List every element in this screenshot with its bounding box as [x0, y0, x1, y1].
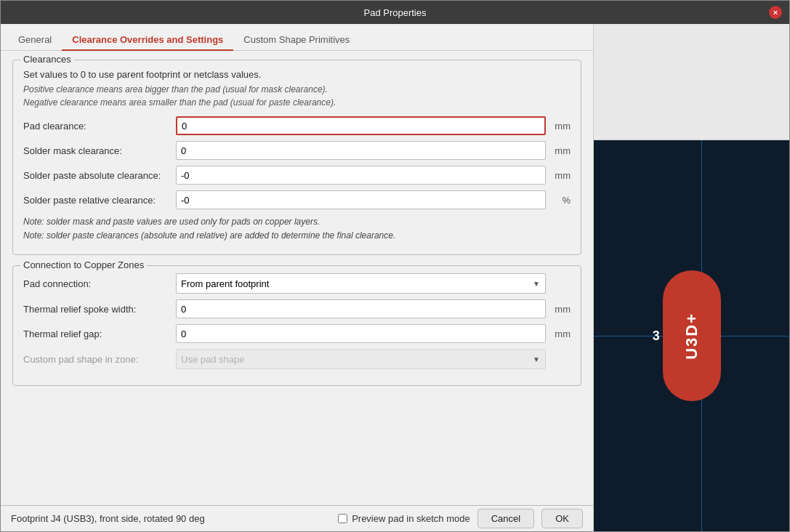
connection-section: Connection to Copper Zones Pad connectio…	[12, 265, 581, 386]
thermal-spoke-input[interactable]	[176, 299, 546, 318]
thermal-gap-unit: mm	[549, 329, 571, 339]
status-text: Footprint J4 (USB3), front side, rotated…	[11, 513, 205, 524]
pad-clearance-label: Pad clearance:	[23, 121, 176, 132]
solder-mask-input[interactable]	[176, 141, 546, 160]
custom-pad-shape-select[interactable]: Use pad shape Custom	[176, 349, 546, 369]
preview-sketch-checkbox[interactable]	[338, 514, 347, 523]
solder-paste-rel-input[interactable]	[176, 190, 546, 209]
custom-pad-shape-label: Custom pad shape in zone:	[23, 354, 176, 365]
solder-mask-label: Solder mask clearance:	[23, 145, 176, 156]
clearances-note1: Positive clearance means area bigger tha…	[23, 84, 328, 94]
thermal-spoke-row: Thermal relief spoke width: mm	[23, 299, 571, 318]
clearances-note: Positive clearance means area bigger tha…	[23, 83, 571, 109]
solder-paste-abs-unit: mm	[549, 170, 571, 181]
thermal-gap-input[interactable]	[176, 324, 546, 343]
solder-paste-abs-row: Solder paste absolute clearance: mm	[23, 166, 571, 185]
close-button[interactable]: ×	[769, 6, 782, 19]
pad-connection-select-wrapper: From parent footprint Solid Thermal reli…	[176, 273, 546, 294]
clearances-note2: Negative clearance means area smaller th…	[23, 97, 336, 108]
bottom-note2: Note: solder paste clearances (absolute …	[23, 229, 571, 243]
titlebar: Pad Properties ×	[1, 1, 789, 24]
thermal-spoke-unit: mm	[549, 304, 571, 315]
solder-paste-rel-row: Solder paste relative clearance: %	[23, 190, 571, 209]
pad-number: 3	[653, 329, 660, 344]
preview-top	[594, 24, 789, 140]
custom-pad-shape-row: Custom pad shape in zone: Use pad shape …	[23, 349, 571, 369]
preview-sketch-label: Preview pad in sketch mode	[352, 513, 470, 524]
pad-connection-select[interactable]: From parent footprint Solid Thermal reli…	[176, 273, 546, 294]
cancel-button[interactable]: Cancel	[477, 509, 534, 528]
form-area: Clearances Set values to 0 to use parent…	[1, 51, 593, 505]
pcb-canvas: U3D+ 3	[594, 140, 789, 531]
pad-shape: U3D+	[663, 270, 721, 401]
window-title: Pad Properties	[21, 7, 769, 18]
clearances-section: Clearances Set values to 0 to use parent…	[12, 60, 581, 255]
thermal-gap-label: Thermal relief gap:	[23, 329, 176, 339]
main-window: Pad Properties × General Clearance Overr…	[0, 0, 790, 532]
solder-paste-rel-label: Solder paste relative clearance:	[23, 195, 176, 206]
statusbar-right: Preview pad in sketch mode Cancel OK	[338, 509, 583, 528]
main-panel: General Clearance Overrides and Settings…	[1, 24, 593, 531]
tab-custom-shape[interactable]: Custom Shape Primitives	[233, 30, 360, 51]
content-area: General Clearance Overrides and Settings…	[1, 24, 789, 531]
thermal-gap-row: Thermal relief gap: mm	[23, 324, 571, 343]
preview-bottom: U3D+ 3	[594, 140, 789, 531]
solder-paste-rel-unit: %	[549, 195, 571, 206]
clearances-desc: Set values to 0 to use parent footprint …	[23, 69, 571, 80]
pad-connection-label: Pad connection:	[23, 278, 176, 289]
solder-mask-unit: mm	[549, 145, 571, 156]
custom-pad-shape-select-wrapper: Use pad shape Custom ▼	[176, 349, 546, 369]
pad-clearance-unit: mm	[549, 121, 571, 132]
solder-paste-abs-label: Solder paste absolute clearance:	[23, 170, 176, 181]
statusbar: Footprint J4 (USB3), front side, rotated…	[1, 505, 593, 531]
thermal-spoke-label: Thermal relief spoke width:	[23, 304, 176, 315]
bottom-notes: Note: solder mask and paste values are u…	[23, 215, 571, 243]
side-panel: U3D+ 3	[593, 24, 789, 531]
pad-label: U3D+	[682, 313, 701, 360]
solder-paste-abs-input[interactable]	[176, 166, 546, 185]
connection-legend: Connection to Copper Zones	[20, 259, 147, 270]
bottom-note1: Note: solder mask and paste values are u…	[23, 215, 571, 229]
solder-mask-row: Solder mask clearance: mm	[23, 141, 571, 160]
pad-clearance-input[interactable]	[176, 116, 546, 135]
tab-general[interactable]: General	[8, 30, 62, 51]
tabs-bar: General Clearance Overrides and Settings…	[1, 24, 593, 51]
tab-clearance[interactable]: Clearance Overrides and Settings	[62, 30, 233, 51]
ok-button[interactable]: OK	[541, 509, 583, 528]
preview-checkbox-area: Preview pad in sketch mode	[338, 513, 470, 524]
pad-connection-row: Pad connection: From parent footprint So…	[23, 273, 571, 294]
pad-clearance-row: Pad clearance: mm	[23, 116, 571, 135]
clearances-legend: Clearances	[20, 54, 74, 65]
